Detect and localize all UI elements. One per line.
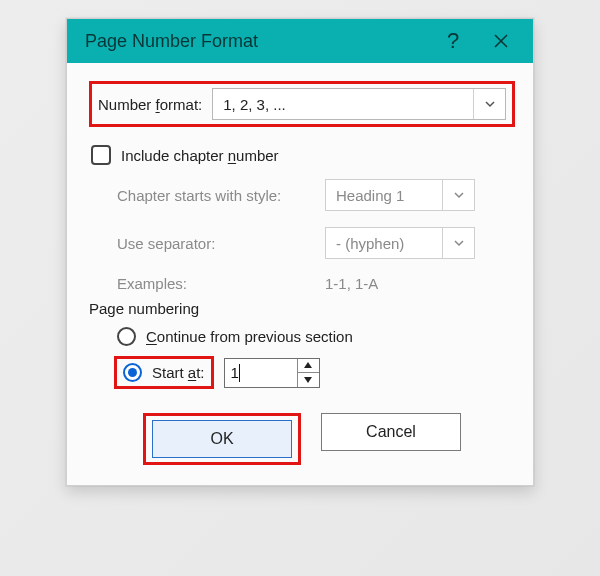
page-numbering-label: Page numbering: [89, 300, 515, 317]
cancel-button-label: Cancel: [366, 423, 416, 441]
use-separator-select: - (hyphen): [325, 227, 475, 259]
use-separator-value: - (hyphen): [336, 235, 442, 252]
spinner-buttons: [297, 359, 319, 387]
include-chapter-label: Include chapter number: [121, 147, 279, 164]
radio-icon: [117, 327, 136, 346]
continue-previous-radio[interactable]: Continue from previous section: [117, 327, 515, 346]
page-numbering-radio-group: Continue from previous section Start at:…: [117, 327, 515, 389]
checkbox-box-icon: [91, 145, 111, 165]
number-format-select[interactable]: 1, 2, 3, ...: [212, 88, 506, 120]
help-button[interactable]: ?: [429, 19, 477, 63]
spinner-down-button[interactable]: [298, 373, 319, 387]
spinner-up-button[interactable]: [298, 359, 319, 374]
close-icon: [493, 33, 509, 49]
chapter-starts-value: Heading 1: [336, 187, 442, 204]
chapter-starts-label: Chapter starts with style:: [117, 187, 315, 204]
chapter-starts-select: Heading 1: [325, 179, 475, 211]
chevron-down-icon: [442, 180, 474, 210]
examples-label: Examples:: [117, 275, 315, 292]
start-at-spinner[interactable]: 1: [224, 358, 320, 388]
start-at-radio[interactable]: Start at:: [123, 363, 205, 382]
start-at-value: 1: [225, 359, 297, 387]
cancel-button[interactable]: Cancel: [321, 413, 461, 451]
ok-highlight: OK: [143, 413, 301, 465]
radio-checked-icon: [123, 363, 142, 382]
titlebar: Page Number Format ?: [67, 19, 533, 63]
number-format-highlight: Number format: 1, 2, 3, ...: [89, 81, 515, 127]
start-at-highlight: Start at:: [114, 356, 214, 389]
triangle-up-icon: [304, 362, 312, 368]
include-chapter-checkbox[interactable]: Include chapter number: [91, 145, 515, 165]
continue-previous-label: Continue from previous section: [146, 328, 353, 345]
text-caret-icon: [239, 364, 240, 382]
page-number-format-dialog: Page Number Format ? Number format: 1, 2…: [66, 18, 534, 486]
svg-marker-2: [304, 362, 312, 368]
triangle-down-icon: [304, 377, 312, 383]
number-format-label: Number format:: [98, 96, 202, 113]
chapter-options-group: Chapter starts with style: Heading 1 Use…: [117, 179, 515, 292]
chevron-down-icon: [442, 228, 474, 258]
start-at-label: Start at:: [152, 364, 205, 381]
number-format-value: 1, 2, 3, ...: [223, 96, 473, 113]
use-separator-label: Use separator:: [117, 235, 315, 252]
examples-value: 1-1, 1-A: [325, 275, 378, 292]
ok-button[interactable]: OK: [152, 420, 292, 458]
close-button[interactable]: [477, 19, 525, 63]
svg-marker-3: [304, 377, 312, 383]
dialog-title: Page Number Format: [85, 31, 429, 52]
ok-button-label: OK: [210, 430, 233, 448]
chevron-down-icon: [473, 89, 505, 119]
